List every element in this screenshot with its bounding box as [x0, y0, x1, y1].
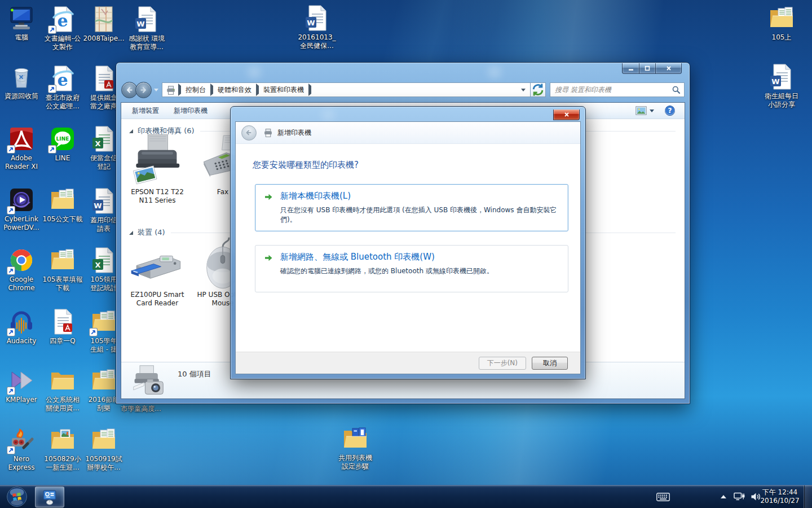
add-device-button[interactable]: 新增裝置	[125, 103, 166, 119]
desktop-icon-label: 1050829小一新生迎...	[41, 455, 84, 472]
show-desktop-button[interactable]	[804, 485, 812, 508]
folder-105-upper-icon	[768, 5, 795, 32]
show-hidden-icons-button[interactable]	[721, 495, 726, 498]
map-2008taipei-icon	[90, 6, 117, 33]
doc-editing-icon: e	[49, 6, 76, 33]
device-item-ez100pu-reader[interactable]: EZ100PU SmartCard Reader	[126, 237, 189, 308]
option-title: 新增網路、無線或 Bluetooth 印表機(W)	[280, 252, 561, 262]
desktop-icon-hidden-student-height[interactable]: 市學童高度...	[120, 403, 162, 413]
change-view-button[interactable]	[631, 104, 659, 117]
kmplayer-icon	[8, 367, 35, 394]
dialog-title: 新增印表機	[277, 128, 311, 138]
taipei-gov-docs-icon: e	[49, 65, 76, 92]
desktop-icon-audacity[interactable]: Audacity	[0, 308, 43, 345]
touch-keyboard-icon[interactable]	[656, 493, 670, 501]
desktop-icon-folder-105-forms[interactable]: 105表單填報下載	[41, 247, 84, 292]
glass-reflection	[482, 64, 508, 80]
desktop-icon-adobe-reader[interactable]: AdobeReader XI	[0, 125, 43, 171]
maximize-button[interactable]	[639, 63, 655, 74]
desktop-icon-label: Audacity	[0, 337, 43, 345]
desktop-icon-label: 105表單填報下載	[41, 275, 84, 292]
excel-lunchbox-icon: X	[90, 125, 117, 152]
desktop-icon-folder-105-upper[interactable]: 105上	[760, 5, 803, 42]
printer-option-network[interactable]: 新增網路、無線或 Bluetooth 印表機(W)確認您的電腦已連線到網路，或您…	[255, 245, 568, 292]
navigation-bar: 控制台硬體和音效裝置和印表機	[121, 82, 685, 98]
dialog-body: 您要安裝哪種類型的印表機? 新增本機印表機(L)只在您沒有 USB 印表機時才使…	[236, 144, 580, 352]
minimize-button[interactable]	[622, 63, 639, 74]
desktop-icon-taipei-gov-docs[interactable]: e臺北市政府公文處理...	[41, 65, 84, 111]
dialog-back-button[interactable]	[241, 125, 257, 141]
taskbar-devices-printers-button[interactable]	[35, 487, 64, 507]
desktop-icon-label: 臺北市政府公文處理...	[41, 94, 84, 111]
desktop-icon-label: 1050919試辦學校午...	[82, 455, 125, 472]
search-icon	[672, 85, 681, 94]
address-dropdown-icon[interactable]	[521, 89, 526, 91]
dialog-close-button[interactable]	[553, 110, 580, 120]
collapse-triangle-icon	[129, 231, 133, 235]
desktop-icon-folder-doc-system[interactable]: 公文系統相關使用資...	[41, 367, 84, 413]
next-button[interactable]: 下一步(N)	[479, 357, 526, 370]
folder-1050919-icon	[90, 426, 117, 453]
refresh-button[interactable]	[531, 82, 546, 97]
desktop-icon-label: 衛生組每日小語分享	[760, 92, 803, 109]
desktop-icon-folder-1050829[interactable]: 1050829小一新生迎...	[41, 426, 84, 472]
search-input[interactable]	[550, 86, 672, 94]
device-item-epson-printer[interactable]: EPSON T12 T22N11 Series	[126, 134, 189, 205]
epson-printer-icon	[126, 134, 189, 188]
desktop-icon-label: 四章一Q	[41, 337, 84, 345]
recent-pages-dropdown-icon[interactable]	[154, 89, 158, 91]
svg-text:?: ?	[668, 107, 672, 115]
dialog-header: 新增印表機	[236, 122, 580, 144]
breadcrumb-separator-icon	[210, 84, 213, 96]
desktop-icon-nero-express[interactable]: NeroExpress	[0, 426, 43, 472]
desktop-icon-label: LINE	[41, 154, 84, 163]
desktop-icon-map-2008taipei[interactable]: 2008Taipe...	[82, 6, 125, 43]
desktop-icon-word-thanks[interactable]: W感謝狀 環境教育宣導...	[125, 6, 168, 51]
svg-text:W: W	[136, 20, 144, 28]
add-printer-button[interactable]: 新增印表機	[166, 103, 215, 119]
desktop-icon-label: 2008Taipe...	[82, 34, 125, 43]
desktop-icon-kmplayer[interactable]: KMPlayer	[0, 367, 43, 404]
desktop-icon-computer[interactable]: 電腦	[0, 5, 43, 42]
desktop-icon-doc-editing[interactable]: e文書編輯-公文製作	[41, 6, 84, 51]
desktop-icon-four-chapter-pdf[interactable]: 四章一Q	[41, 308, 84, 345]
close-button[interactable]	[655, 63, 682, 74]
desktop-icon-google-chrome[interactable]: GoogleChrome	[0, 247, 43, 292]
desktop-icon-folder-1050919[interactable]: 1050919試辦學校午...	[82, 426, 125, 472]
clock-time: 下午 12:44	[757, 488, 802, 497]
shortcut-arrow-icon	[7, 387, 15, 395]
breadcrumb-item[interactable]: 裝置和印表機	[260, 85, 307, 95]
network-icon[interactable]	[734, 492, 745, 501]
desktop-icon-recycle-bin[interactable]: 資源回收筒	[0, 63, 43, 100]
four-chapter-pdf-icon	[49, 308, 76, 335]
desktop-icon-label: 20161013_全民健保...	[295, 33, 338, 50]
folder-doc-system-icon	[49, 367, 76, 394]
desktop-icon-word-20161013[interactable]: W20161013_全民健保...	[295, 5, 338, 50]
desktop-icon-word-health-daily[interactable]: W衛生組每日小語分享	[760, 63, 803, 109]
desktop-icon-folder-shared-printer[interactable]: 共用列表機設定步驟	[334, 425, 377, 471]
shortcut-arrow-icon	[7, 328, 15, 336]
breadcrumb-item[interactable]: 硬體和音效	[214, 85, 255, 95]
desktop-icon-folder-105-download[interactable]: 105公文下載	[41, 186, 84, 224]
taskbar-clock[interactable]: 下午 12:44 2016/10/27	[757, 488, 802, 505]
green-arrow-icon	[263, 192, 273, 202]
forward-button[interactable]	[135, 82, 152, 98]
folder-1050829-icon	[49, 426, 76, 453]
address-bar[interactable]: 控制台硬體和音效裝置和印表機	[162, 82, 531, 97]
folder-shared-printer-icon	[342, 425, 369, 452]
add-printer-dialog: 新增印表機 您要安裝哪種類型的印表機? 新增本機印表機(L)只在您沒有 USB …	[230, 106, 586, 379]
desktop-icon-line[interactable]: LINELINE	[41, 125, 84, 163]
desktop-icon-label: NeroExpress	[0, 455, 43, 472]
breadcrumb-separator-icon	[308, 84, 311, 96]
views-icon	[636, 106, 647, 115]
breadcrumb-item[interactable]: 控制台	[182, 85, 209, 95]
shortcut-arrow-icon	[48, 25, 56, 34]
shortcut-arrow-icon	[48, 145, 56, 154]
dialog-client-area: 新增印表機 您要安裝哪種類型的印表機? 新增本機印表機(L)只在您沒有 USB …	[235, 121, 581, 374]
start-button[interactable]	[6, 486, 28, 507]
printer-option-local[interactable]: 新增本機印表機(L)只在您沒有 USB 印表機時才使用此選項 (在您插入 USB…	[255, 184, 568, 231]
desktop-icon-cyberlink-powerdvd[interactable]: CyberLinkPowerDV...	[0, 186, 43, 232]
audacity-icon	[8, 308, 35, 335]
help-button[interactable]: ?	[664, 105, 676, 116]
cancel-button[interactable]: 取消	[532, 357, 568, 370]
